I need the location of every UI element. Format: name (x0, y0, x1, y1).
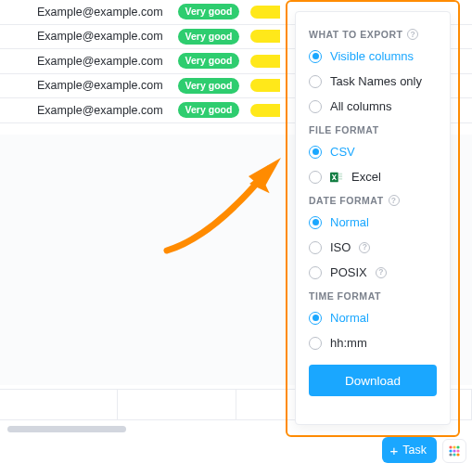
option-time-hhmm[interactable]: hh:mm (309, 336, 437, 350)
radio-icon (309, 50, 322, 63)
help-icon[interactable]: ? (376, 267, 387, 278)
option-label: Normal (330, 311, 369, 325)
option-task-names-only[interactable]: Task Names only (309, 74, 437, 88)
cell-email: Example@example.com (0, 6, 167, 19)
option-all-columns[interactable]: All columns (309, 99, 437, 113)
option-excel[interactable]: Excel (309, 170, 437, 184)
svg-point-8 (456, 445, 459, 448)
svg-point-6 (449, 445, 452, 448)
option-date-normal[interactable]: Normal (309, 215, 437, 229)
svg-point-7 (453, 445, 455, 448)
svg-point-9 (449, 449, 452, 452)
cell-email: Example@example.com (0, 79, 167, 92)
section-heading-date-format: DATE FORMAT ? (309, 195, 437, 206)
svg-point-13 (453, 453, 455, 456)
option-label: ISO (330, 240, 351, 254)
option-label: CSV (330, 145, 355, 159)
option-date-iso[interactable]: ISO ? (309, 240, 437, 254)
radio-icon (309, 266, 322, 279)
horizontal-scrollbar[interactable] (7, 426, 126, 432)
status-badge: Very good (178, 29, 240, 45)
svg-point-11 (456, 449, 459, 452)
option-label: Excel (351, 170, 381, 184)
option-date-posix[interactable]: POSIX ? (309, 265, 437, 279)
section-heading-time-format: TIME FORMAT (309, 290, 437, 302)
radio-icon (309, 171, 322, 184)
status-badge: Very good (178, 102, 240, 118)
svg-point-14 (456, 453, 459, 456)
svg-rect-3 (338, 173, 342, 174)
option-label: Visible columns (330, 49, 414, 63)
help-icon[interactable]: ? (389, 195, 400, 206)
svg-rect-5 (338, 177, 342, 179)
radio-icon (309, 100, 322, 113)
section-heading-file-format: FILE FORMAT (309, 124, 437, 135)
cell-email: Example@example.com (0, 104, 167, 117)
status-badge: Very good (178, 78, 240, 94)
option-label: Normal (330, 215, 369, 229)
grid-icon (448, 444, 461, 457)
help-icon[interactable]: ? (359, 242, 370, 253)
apps-button[interactable] (442, 439, 466, 463)
radio-icon (309, 146, 322, 159)
radio-icon (309, 312, 322, 325)
option-label: All columns (330, 99, 391, 113)
progress-bar (250, 104, 280, 117)
svg-point-12 (449, 453, 452, 456)
svg-rect-4 (338, 175, 342, 177)
section-heading-what-to-export: WHAT TO EXPORT ? (309, 29, 437, 40)
export-panel: WHAT TO EXPORT ? Visible columns Task Na… (295, 11, 451, 425)
help-icon[interactable]: ? (407, 29, 418, 40)
status-badge: Very good (178, 53, 240, 69)
progress-bar (250, 55, 280, 68)
download-button[interactable]: Download (309, 365, 437, 396)
excel-icon (330, 171, 343, 184)
progress-bar (250, 30, 280, 43)
option-label: hh:mm (330, 336, 367, 350)
option-csv[interactable]: CSV (309, 145, 437, 159)
option-label: POSIX (330, 265, 367, 279)
new-task-button[interactable]: + Task (382, 437, 437, 463)
option-label: Task Names only (330, 74, 422, 88)
radio-icon (309, 337, 322, 350)
status-badge: Very good (178, 4, 240, 19)
radio-icon (309, 216, 322, 229)
progress-bar (250, 6, 280, 19)
cell-email: Example@example.com (0, 30, 167, 43)
cell-email: Example@example.com (0, 55, 167, 68)
task-button-label: Task (402, 444, 427, 457)
radio-icon (309, 75, 322, 88)
radio-icon (309, 241, 322, 254)
option-time-normal[interactable]: Normal (309, 311, 437, 325)
progress-bar (250, 79, 280, 92)
option-visible-columns[interactable]: Visible columns (309, 49, 437, 63)
plus-icon: + (390, 444, 399, 457)
svg-point-10 (453, 449, 455, 452)
